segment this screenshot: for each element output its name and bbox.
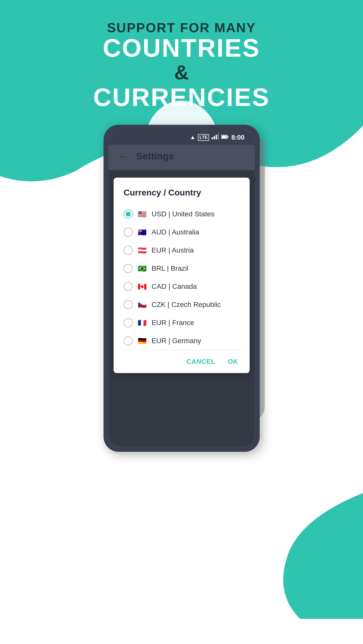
- svg-rect-0: [212, 137, 213, 139]
- option-label-aud: AUD | Australia: [152, 228, 199, 236]
- dialog-actions: CANCEL OK: [114, 350, 250, 373]
- option-label-usd: USD | United States: [152, 210, 215, 218]
- dialog-overlay: Currency / Country 🇺🇸 USD | United State…: [109, 170, 255, 447]
- list-item[interactable]: 🇦🇹 EUR | Austria: [121, 241, 242, 259]
- hero-title-currencies: CURRENCIES: [0, 85, 363, 110]
- dialog-options: 🇺🇸 USD | United States 🇦🇺 AUD | Australi…: [114, 205, 250, 350]
- phone-notch: [172, 130, 192, 137]
- list-item[interactable]: 🇦🇺 AUD | Australia: [121, 223, 242, 241]
- flag-brazil: 🇧🇷: [138, 264, 147, 273]
- option-label-eur-de: EUR | Germany: [152, 337, 201, 345]
- radio-eur-fr[interactable]: [124, 318, 133, 327]
- radio-cad[interactable]: [124, 282, 133, 291]
- option-label-cad: CAD | Canada: [152, 283, 197, 291]
- list-item[interactable]: 🇨🇦 CAD | Canada: [121, 277, 242, 296]
- radio-brl[interactable]: [124, 264, 133, 273]
- status-time: 8:00: [231, 134, 244, 141]
- svg-rect-5: [222, 136, 227, 138]
- settings-title: Settings: [136, 151, 174, 162]
- svg-rect-6: [228, 136, 228, 138]
- svg-rect-1: [214, 136, 215, 139]
- cancel-button[interactable]: CANCEL: [185, 355, 216, 368]
- status-icons: ▲ LTE: [190, 134, 245, 141]
- dialog-title: Currency / Country: [114, 178, 250, 205]
- svg-rect-2: [216, 135, 217, 139]
- phone-mockup: ▲ LTE: [104, 125, 260, 452]
- list-item[interactable]: 🇧🇷 BRL | Brazil: [121, 259, 242, 277]
- flag-france: 🇫🇷: [138, 319, 147, 327]
- option-label-eur-fr: EUR | France: [152, 319, 194, 327]
- radio-eur-de[interactable]: [124, 336, 133, 345]
- flag-usd: 🇺🇸: [138, 210, 147, 218]
- hero-section: SUPPORT FOR MANY COUNTRIES & CURRENCIES: [0, 0, 363, 110]
- flag-czech: 🇨🇿: [138, 301, 147, 309]
- ok-button[interactable]: OK: [227, 355, 240, 368]
- option-label-czk: CZK | Czech Republic: [152, 301, 221, 309]
- list-item[interactable]: 🇫🇷 EUR | France: [121, 314, 242, 332]
- battery-icon: [221, 134, 229, 141]
- currency-dialog: Currency / Country 🇺🇸 USD | United State…: [114, 178, 250, 373]
- settings-header: ← Settings: [109, 145, 255, 168]
- phone-screen: ▲ LTE: [109, 130, 255, 447]
- radio-usd[interactable]: [124, 210, 133, 219]
- flag-austria: 🇦🇹: [138, 246, 147, 255]
- flag-germany: 🇩🇪: [138, 337, 147, 345]
- list-item[interactable]: 🇺🇸 USD | United States: [121, 205, 242, 223]
- radio-eur-at[interactable]: [124, 246, 133, 255]
- radio-aud[interactable]: [124, 228, 133, 237]
- status-bar: ▲ LTE: [109, 130, 255, 145]
- hero-title-countries: COUNTRIES: [0, 35, 363, 60]
- signal-icon: [212, 134, 219, 141]
- lte-label: LTE: [198, 134, 209, 141]
- hero-subtitle: SUPPORT FOR MANY: [0, 20, 363, 35]
- option-label-eur-at: EUR | Austria: [152, 246, 194, 254]
- hero-ampersand: &: [0, 60, 363, 85]
- flag-aud: 🇦🇺: [138, 228, 147, 236]
- flag-canada: 🇨🇦: [138, 283, 147, 291]
- svg-rect-3: [218, 134, 219, 139]
- back-button[interactable]: ←: [119, 151, 129, 162]
- option-label-brl: BRL | Brazil: [152, 264, 188, 272]
- radio-czk[interactable]: [124, 300, 133, 309]
- list-item[interactable]: 🇩🇪 EUR | Germany: [121, 332, 242, 350]
- app-screen: ← Settings Currency / Country 🇺🇸 USD | U: [109, 145, 255, 447]
- list-item[interactable]: 🇨🇿 CZK | Czech Republic: [121, 296, 242, 314]
- phone-container: ▲ LTE: [0, 125, 363, 452]
